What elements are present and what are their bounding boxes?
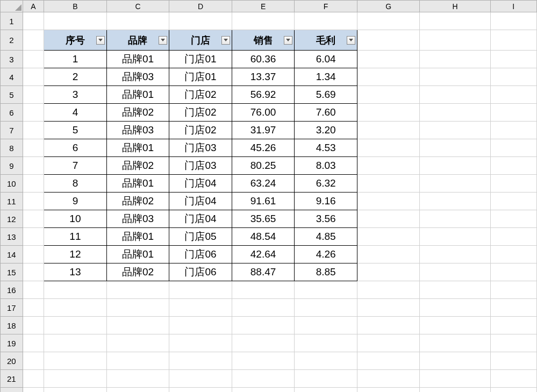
- cell-H2[interactable]: [420, 30, 490, 51]
- row-header-13[interactable]: 13: [1, 228, 23, 246]
- col-header-I[interactable]: I: [490, 1, 536, 12]
- spreadsheet-grid[interactable]: A B C D E F G H I 1 2 序号 品牌: [0, 0, 537, 392]
- cell-H21[interactable]: [420, 370, 490, 388]
- cell-C11[interactable]: 品牌02: [106, 193, 169, 210]
- cell-A7[interactable]: [23, 122, 44, 139]
- cell-H18[interactable]: [420, 317, 490, 334]
- cell-G9[interactable]: [357, 157, 420, 175]
- cell-B18[interactable]: [44, 317, 107, 334]
- cell-F18[interactable]: [295, 317, 357, 334]
- table-header-sales[interactable]: 销售: [232, 30, 295, 51]
- cell-F21[interactable]: [295, 370, 357, 388]
- cell-D6[interactable]: 门店02: [169, 104, 232, 122]
- cell-C4[interactable]: 品牌03: [106, 68, 169, 86]
- cell-B11[interactable]: 9: [44, 193, 107, 210]
- cell-H14[interactable]: [420, 246, 490, 263]
- cell-F9[interactable]: 8.03: [295, 157, 357, 175]
- cell-D8[interactable]: 门店03: [169, 139, 232, 157]
- col-header-B[interactable]: B: [44, 1, 107, 12]
- cell-A14[interactable]: [23, 246, 44, 263]
- cell-A15[interactable]: [23, 263, 44, 281]
- cell-I5[interactable]: [490, 86, 536, 104]
- cell-E18[interactable]: [232, 317, 295, 334]
- cell-F19[interactable]: [295, 334, 357, 352]
- cell-I12[interactable]: [490, 210, 536, 228]
- cell-I22[interactable]: [490, 388, 536, 393]
- row-header-16[interactable]: 16: [1, 281, 23, 299]
- cell-D19[interactable]: [169, 334, 232, 352]
- cell-A22[interactable]: [23, 388, 44, 393]
- cell-H6[interactable]: [420, 104, 490, 122]
- cell-A4[interactable]: [23, 68, 44, 86]
- col-header-F[interactable]: F: [295, 1, 357, 12]
- cell-F8[interactable]: 4.53: [295, 139, 357, 157]
- cell-D3[interactable]: 门店01: [169, 51, 232, 68]
- cell-D12[interactable]: 门店04: [169, 210, 232, 228]
- cell-A3[interactable]: [23, 51, 44, 68]
- cell-H9[interactable]: [420, 157, 490, 175]
- row-header-18[interactable]: 18: [1, 317, 23, 334]
- col-header-G[interactable]: G: [357, 1, 420, 12]
- cell-A19[interactable]: [23, 334, 44, 352]
- cell-G18[interactable]: [357, 317, 420, 334]
- cell-I8[interactable]: [490, 139, 536, 157]
- cell-D9[interactable]: 门店03: [169, 157, 232, 175]
- cell-G12[interactable]: [357, 210, 420, 228]
- cell-I11[interactable]: [490, 193, 536, 210]
- row-header-15[interactable]: 15: [1, 263, 23, 281]
- cell-H1[interactable]: [420, 12, 490, 30]
- cell-I1[interactable]: [490, 12, 536, 30]
- cell-H12[interactable]: [420, 210, 490, 228]
- cell-D16[interactable]: [169, 281, 232, 299]
- cell-E19[interactable]: [232, 334, 295, 352]
- cell-I17[interactable]: [490, 299, 536, 317]
- row-header-14[interactable]: 14: [1, 246, 23, 263]
- filter-button-brand[interactable]: [159, 36, 167, 45]
- cell-G20[interactable]: [357, 352, 420, 370]
- cell-B13[interactable]: 11: [44, 228, 107, 246]
- filter-button-profit[interactable]: [347, 36, 355, 45]
- cell-A21[interactable]: [23, 370, 44, 388]
- cell-D22[interactable]: [169, 388, 232, 393]
- cell-A1[interactable]: [23, 12, 44, 30]
- row-header-20[interactable]: 20: [1, 352, 23, 370]
- cell-H7[interactable]: [420, 122, 490, 139]
- cell-E8[interactable]: 45.26: [232, 139, 295, 157]
- cell-I7[interactable]: [490, 122, 536, 139]
- cell-G3[interactable]: [357, 51, 420, 68]
- cell-A13[interactable]: [23, 228, 44, 246]
- cell-E1[interactable]: [232, 12, 295, 30]
- col-header-C[interactable]: C: [106, 1, 169, 12]
- row-header-12[interactable]: 12: [1, 210, 23, 228]
- cell-I20[interactable]: [490, 352, 536, 370]
- cell-G6[interactable]: [357, 104, 420, 122]
- cell-D5[interactable]: 门店02: [169, 86, 232, 104]
- cell-A10[interactable]: [23, 175, 44, 193]
- cell-E20[interactable]: [232, 352, 295, 370]
- cell-D13[interactable]: 门店05: [169, 228, 232, 246]
- cell-F22[interactable]: [295, 388, 357, 393]
- cell-I19[interactable]: [490, 334, 536, 352]
- cell-I4[interactable]: [490, 68, 536, 86]
- cell-D1[interactable]: [169, 12, 232, 30]
- cell-E9[interactable]: 80.25: [232, 157, 295, 175]
- cell-H8[interactable]: [420, 139, 490, 157]
- cell-A11[interactable]: [23, 193, 44, 210]
- cell-E11[interactable]: 91.61: [232, 193, 295, 210]
- cell-C13[interactable]: 品牌01: [106, 228, 169, 246]
- row-header-8[interactable]: 8: [1, 139, 23, 157]
- cell-F17[interactable]: [295, 299, 357, 317]
- cell-F7[interactable]: 3.20: [295, 122, 357, 139]
- cell-G8[interactable]: [357, 139, 420, 157]
- cell-C3[interactable]: 品牌01: [106, 51, 169, 68]
- row-header-10[interactable]: 10: [1, 175, 23, 193]
- cell-C12[interactable]: 品牌03: [106, 210, 169, 228]
- row-header-19[interactable]: 19: [1, 334, 23, 352]
- cell-G14[interactable]: [357, 246, 420, 263]
- cell-H15[interactable]: [420, 263, 490, 281]
- cell-G10[interactable]: [357, 175, 420, 193]
- table-header-brand[interactable]: 品牌: [106, 30, 169, 51]
- cell-H19[interactable]: [420, 334, 490, 352]
- cell-I3[interactable]: [490, 51, 536, 68]
- cell-F15[interactable]: 8.85: [295, 263, 357, 281]
